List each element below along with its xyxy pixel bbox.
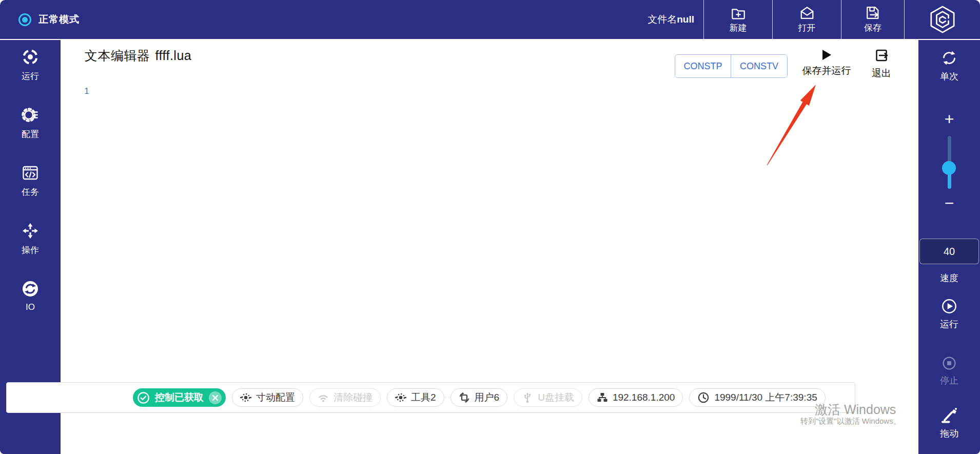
save-file-icon — [865, 5, 881, 21]
swap-circle-icon — [22, 280, 39, 298]
single-run-button[interactable]: 单次 — [918, 49, 980, 83]
sidebar-item-label: 配置 — [22, 128, 39, 140]
user-label: 用户6 — [475, 391, 500, 404]
status-bar: 控制已获取 寸动配置 — [6, 382, 855, 413]
wifi-icon — [318, 392, 329, 403]
sidebar-item-io[interactable]: IO — [0, 280, 61, 312]
brightness-icon — [395, 392, 406, 403]
sidebar-item-label: 操作 — [22, 244, 39, 256]
sidebar-item-label: 任务 — [22, 186, 39, 198]
close-circle-icon[interactable] — [209, 391, 222, 404]
clock-icon — [697, 391, 710, 404]
top-bar: 正常模式 文件名null 新建 打开 — [0, 0, 980, 39]
jog-config-pill[interactable]: 寸动配置 — [232, 388, 303, 407]
speed-slider-thumb[interactable] — [942, 161, 956, 175]
cycle-icon — [940, 49, 958, 67]
datetime-label: 1999/11/30 上午7:39:35 — [714, 391, 817, 404]
run-program-label: 运行 — [940, 318, 958, 330]
ip-address-pill[interactable]: 192.168.1.200 — [589, 388, 683, 407]
robot-arm-icon — [940, 406, 958, 424]
exit-button[interactable]: 退出 — [862, 48, 901, 80]
sidebar-item-run[interactable]: 运行 — [0, 48, 61, 82]
brightness-icon — [240, 392, 251, 403]
stop-circle-icon — [942, 356, 957, 371]
play-circle-icon — [941, 298, 957, 314]
check-circle-icon — [137, 391, 150, 404]
tool-pill[interactable]: 工具2 — [387, 388, 444, 407]
save-and-run-button[interactable]: 保存并运行 — [796, 49, 857, 77]
mode-indicator[interactable]: 正常模式 — [18, 13, 80, 26]
app-logo — [904, 0, 980, 39]
const-button-group: CONSTP CONSTV — [675, 54, 788, 78]
sidebar-item-label: 运行 — [22, 70, 39, 82]
filename-prefix: 文件名 — [648, 14, 677, 25]
clear-collision-pill: 清除碰撞 — [309, 388, 381, 407]
tool-label: 工具2 — [411, 391, 436, 404]
speed-minus-button[interactable]: − — [918, 194, 980, 212]
radio-selected-icon — [18, 13, 31, 26]
exit-icon — [874, 48, 889, 63]
usb-mount-label: U盘挂载 — [538, 391, 574, 404]
sidebar-item-operate[interactable]: 操作 — [0, 222, 61, 256]
save-file-button[interactable]: 保存 — [841, 0, 904, 39]
stop-program-button: 停止 — [918, 356, 980, 387]
open-file-button[interactable]: 打开 — [772, 0, 841, 39]
control-status-label: 控制已获取 — [155, 391, 204, 404]
drag-mode-label: 拖动 — [940, 427, 958, 440]
sidebar-item-task[interactable]: 任务 — [0, 164, 61, 198]
user-pill[interactable]: 用户6 — [450, 388, 508, 407]
constv-button[interactable]: CONSTV — [731, 55, 787, 77]
speed-label: 速度 — [918, 272, 980, 284]
exit-label: 退出 — [872, 67, 891, 80]
drag-mode-button[interactable]: 拖动 — [918, 406, 980, 440]
single-run-label: 单次 — [940, 70, 958, 83]
gear-icon — [22, 106, 39, 124]
usb-mount-pill: U盘挂载 — [514, 388, 582, 407]
control-status-pill: 控制已获取 — [133, 388, 226, 407]
red-arrow-annotation — [753, 77, 825, 174]
new-file-label: 新建 — [730, 22, 747, 34]
jog-config-label: 寸动配置 — [256, 391, 295, 404]
open-file-icon — [799, 5, 815, 21]
constp-button[interactable]: CONSTP — [675, 55, 731, 77]
open-file-label: 打开 — [798, 22, 816, 34]
datetime-pill[interactable]: 1999/11/30 上午7:39:35 — [689, 388, 825, 407]
save-and-run-label: 保存并运行 — [802, 64, 851, 77]
ip-address-label: 192.168.1.200 — [613, 392, 675, 403]
clear-collision-label: 清除碰撞 — [334, 391, 373, 404]
cube-logo-icon — [929, 5, 956, 34]
filename-display: 文件名null — [648, 13, 694, 26]
save-file-label: 保存 — [864, 22, 881, 34]
usb-icon — [522, 392, 533, 403]
right-sidebar: 单次 + − 40 速度 运行 停止 — [918, 40, 980, 454]
move-arrows-icon — [22, 222, 39, 240]
play-icon — [822, 49, 832, 61]
line-number: 1 — [82, 86, 91, 96]
new-file-button[interactable]: 新建 — [703, 0, 772, 39]
target-icon — [22, 48, 39, 66]
new-file-icon — [730, 5, 747, 21]
speed-plus-button[interactable]: + — [918, 110, 980, 128]
code-window-icon — [22, 164, 39, 182]
speed-value-display: 40 — [919, 239, 979, 264]
network-icon — [597, 392, 608, 403]
editor-title-text: 文本编辑器 — [85, 48, 150, 63]
stop-program-label: 停止 — [940, 374, 958, 387]
run-program-button[interactable]: 运行 — [918, 298, 980, 330]
editor-filename: ffff.lua — [155, 48, 192, 63]
sidebar-item-label: IO — [26, 302, 35, 312]
rotate-crop-icon — [459, 392, 470, 403]
editor-title: 文本编辑器ffff.lua — [85, 47, 191, 64]
mode-label: 正常模式 — [38, 13, 80, 26]
filename-value: null — [677, 14, 694, 25]
app-window: 正常模式 文件名null 新建 打开 — [0, 0, 980, 454]
sidebar-item-config[interactable]: 配置 — [0, 106, 61, 140]
